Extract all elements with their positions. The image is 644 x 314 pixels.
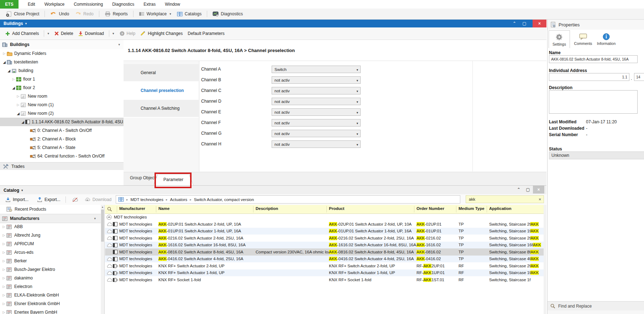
expand-arrow-icon[interactable]: ▷ [2,52,7,55]
clear-search-icon[interactable]: × [539,197,541,201]
trades-section[interactable]: Trades [0,162,124,171]
channel-value-dropdown[interactable]: not activ▾ [272,108,361,116]
table-row[interactable]: MDT technologiesKNX RF+ Socket 1-foldKNX… [105,276,544,283]
undo-button[interactable]: Undo [47,9,72,19]
channel-value-dropdown[interactable]: not activ▾ [272,140,361,148]
tree-item[interactable]: 2: Channel A - Block [0,135,124,143]
tree-item[interactable]: 5: Channel A - State [0,143,124,152]
sidebar-item-manufacturer[interactable]: ▷Berker [0,257,101,265]
breadcrumb-item-manufacturer[interactable]: MDT technologies [131,197,163,202]
tree-item[interactable]: ◢New room (2) [0,109,124,118]
column-header-name[interactable]: Name [158,206,169,211]
column-header-order-number[interactable]: Order Number [417,206,444,211]
download-dropdown[interactable]: ▾ [112,32,114,35]
menu-commissioning[interactable]: Commissioning [74,2,103,7]
tree-item[interactable]: ▷Dynamic Folders [0,49,124,58]
table-row[interactable]: MDT technologiesAKK-1616.02 Switch Actua… [105,242,544,249]
menu-extras[interactable]: Extras [143,2,156,7]
menu-window[interactable]: Window [165,2,180,7]
close-project-button[interactable]: Close Project [3,9,42,19]
catalog-search-input[interactable]: akk × [466,195,544,203]
collapse-arrow-icon[interactable]: ◢ [11,86,16,90]
table-row[interactable]: MDT technologiesAKK-0816.02 Switch Actua… [105,248,544,256]
expand-arrow-icon[interactable]: ▷ [16,94,21,98]
column-header-manufacturer[interactable]: Manufacturer [119,206,145,211]
column-header-application[interactable]: Application [489,206,512,211]
diagnostics-button[interactable]: Diagnostics [210,9,246,19]
tree-item[interactable]: ◢toesteltesten [0,58,124,66]
column-header-medium-type[interactable]: Medium Type [459,206,485,211]
sidebar-item-manufacturer[interactable]: ▷Enertex Bayern GmbH [0,308,101,314]
table-scrollbar[interactable] [544,205,546,314]
reports-button[interactable]: Reports [102,9,131,19]
workplace-button[interactable]: Workplace▾ [136,9,174,19]
tree-item[interactable]: 0: Channel A - Switch On/Off [0,126,124,135]
minimize-button[interactable]: ⌃ [510,20,519,27]
download-button[interactable]: Download [76,29,106,38]
channel-value-dropdown[interactable]: Switch▾ [272,66,361,73]
maximize-button[interactable]: ▢ [520,20,529,27]
highlight-changes-button[interactable]: Highlight Changes [138,29,185,38]
menu-edit[interactable]: Edit [28,2,35,7]
table-group-row[interactable]: MDT technologies [105,213,544,221]
sidebar-item-manufacturer[interactable]: ▷dakanimo [0,274,101,282]
buildings-panel-title[interactable]: Buildings [4,21,23,26]
expand-arrow-icon[interactable]: ▷ [16,103,21,107]
table-row[interactable]: MDT technologiesKNX RF+ Switch Actuator … [105,269,544,277]
import-button[interactable]: Import... [3,195,31,204]
channel-value-dropdown[interactable]: not activ▾ [272,119,361,127]
sidebar-item-manufacturer[interactable]: ▷Arcus-eds [0,248,101,257]
sidebar-item-manufacturer[interactable]: ▷ABB [0,222,101,231]
channel-value-dropdown[interactable]: not activ▾ [272,98,361,105]
catalog-panel-title[interactable]: Catalog [4,188,19,193]
tree-item[interactable]: ▷New room [0,92,124,101]
menu-workplace[interactable]: Workplace [44,2,64,7]
breadcrumb-item-category[interactable]: Actuators [170,197,188,202]
address-device-field[interactable]: 14 [634,73,644,81]
sidebar-item-recent-products[interactable]: Recent Products [0,205,101,213]
breadcrumb-item-subcategory[interactable]: Switch Actuator, compact version [194,197,254,202]
sidebar-item-manufacturer[interactable]: ▷APRICUM [0,240,101,248]
name-field[interactable]: AKK-0816.02 Switch Actuator 8-fold, 4SU,… [549,55,638,63]
tab-comments[interactable]: Comments [572,30,594,48]
column-header-product[interactable]: Product [329,206,344,211]
close-icon[interactable]: × [533,186,544,194]
tab-information[interactable]: Information [596,30,617,48]
channel-value-dropdown[interactable]: not activ▾ [272,87,361,94]
catalogs-button[interactable]: Catalogs [174,9,204,19]
description-field[interactable] [549,90,638,114]
table-row[interactable]: MDT technologiesAKK-02UP.01 Switch Actua… [105,221,544,228]
maximize-button[interactable]: ▢ [524,186,532,194]
tree-item[interactable]: 64: Central function - Switch On/Off [0,152,124,160]
sidebar-manufacturers-header[interactable]: Manufacturers ▾ [0,214,101,223]
add-channels-button[interactable]: Add Channels [3,29,41,38]
tree-item[interactable]: ▷floor 1 [0,75,124,83]
expand-arrow-icon[interactable]: ▷ [11,77,16,81]
tree-item[interactable]: ◢floor 2 [0,83,124,92]
ets-menu-button[interactable]: ETS [0,0,19,9]
sidebar-item-manufacturer[interactable]: ▷Elsner Elektronik GmbH [0,299,101,308]
table-row[interactable]: MDT technologiesAKK-0216.02 Switch Actua… [105,235,544,242]
collapse-arrow-icon[interactable]: ◢ [2,60,7,64]
close-icon[interactable]: × [533,20,546,27]
add-channels-dropdown[interactable]: ▾ [47,32,49,35]
tree-item[interactable]: ◢1.1.14 AKK-0816.02 Switch Actuator 8-fo… [0,118,124,126]
collapse-arrow-icon[interactable]: ◢ [20,120,25,124]
minimize-button[interactable]: ⌃ [514,186,523,194]
sidebar-item-manufacturer[interactable]: ▷ELKA-Elektronik GmbH [0,291,101,299]
channel-value-dropdown[interactable]: not activ▾ [272,76,361,84]
tree-item[interactable]: ◢building [0,66,124,75]
tree-item[interactable]: ▷New room (1) [0,101,124,109]
sidebar-item-manufacturer[interactable]: ▷Albrecht Jung [0,231,101,240]
table-row[interactable]: MDT technologiesAKK-0416.02 Switch Actua… [105,256,544,263]
scroll-up-icon[interactable]: ▲ [101,205,104,209]
collapse-arrow-icon[interactable]: ◢ [6,69,11,73]
delete-button[interactable]: Delete [52,29,76,38]
help-button[interactable]: ?Help [117,29,138,38]
column-header-description[interactable]: Description [256,206,278,211]
tab-group-objects[interactable]: Group Objects [130,175,157,180]
address-area-line-field[interactable]: 1.1 [549,73,629,81]
tree-view-selector[interactable]: Buildings ▾ [0,40,124,50]
sidebar-item-manufacturer[interactable]: ▷Busch-Jaeger Elektro [0,265,101,274]
find-and-replace-section[interactable]: Find and Replace [548,301,644,311]
